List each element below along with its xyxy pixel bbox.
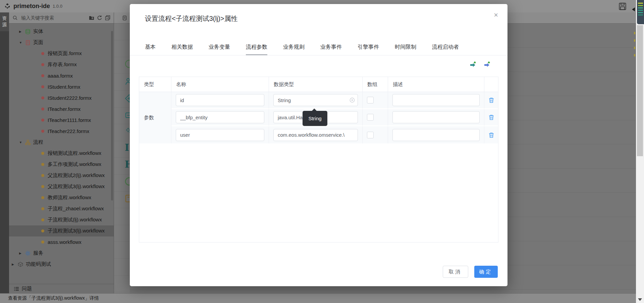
- param-name-input[interactable]: [176, 94, 264, 106]
- tree-item-label: 报销页面.formx: [48, 50, 82, 57]
- tree-item[interactable]: IStudent2222.formx: [9, 92, 114, 103]
- param-desc-input[interactable]: [392, 129, 480, 141]
- refresh-icon[interactable]: [97, 15, 102, 20]
- problems-panel[interactable]: 问题: [9, 284, 114, 293]
- new-folder-icon[interactable]: [89, 15, 94, 20]
- array-checkbox[interactable]: [367, 114, 374, 121]
- tree-item[interactable]: ▶实体: [9, 26, 114, 37]
- dialog-tab-flow-param[interactable]: 流程参数: [246, 44, 267, 55]
- param-name-input[interactable]: [176, 129, 264, 141]
- tree-item[interactable]: aaaa.formx: [9, 70, 114, 81]
- tree-item-label: 多工作项测试.workflowx: [48, 161, 101, 168]
- tree-item[interactable]: 子流程_zhaoel.workflowx: [9, 203, 114, 214]
- dialog-tab-business-event[interactable]: 业务事件: [320, 44, 342, 55]
- tree-item[interactable]: ▼页面: [9, 37, 114, 48]
- param-name-cell: [171, 126, 269, 143]
- status-text: 查看资源「子流程测试3(lj).workflowx」详情: [8, 295, 99, 301]
- chevron-down-icon[interactable]: ▼: [19, 141, 25, 144]
- file-dot: [41, 107, 44, 111]
- clear-icon[interactable]: [350, 97, 355, 103]
- array-checkbox[interactable]: [367, 132, 374, 138]
- param-type-input[interactable]: [273, 129, 358, 141]
- tree-item-label: ITeacher.formx: [48, 106, 80, 112]
- chevron-down-icon[interactable]: ▼: [19, 41, 25, 44]
- dialog-tab-basic[interactable]: 基本: [145, 44, 156, 55]
- collapse-all-icon[interactable]: [105, 15, 110, 20]
- file-dot: [41, 96, 44, 99]
- sidebar-scrollbar[interactable]: [111, 31, 113, 201]
- tree-item-label: 教师流程.workflowx: [48, 194, 91, 201]
- tree-item-label: 服务: [33, 250, 43, 256]
- close-icon[interactable]: ×: [494, 11, 498, 19]
- ruler-mark: [634, 39, 635, 42]
- ok-button[interactable]: 确定: [474, 266, 498, 278]
- cancel-button[interactable]: 取消: [443, 266, 468, 278]
- dialog-tab-business-var[interactable]: 业务变量: [209, 44, 230, 55]
- tree-item[interactable]: 库存表.formx: [9, 59, 114, 70]
- tree-item[interactable]: 子流程测试(lj).workflowx: [9, 214, 114, 225]
- param-name-cell: [171, 109, 269, 126]
- file-dot: [41, 196, 44, 199]
- tree-item[interactable]: 多工作项测试.workflowx: [9, 159, 114, 170]
- save-icon[interactable]: [619, 2, 627, 10]
- param-table: 类型名称数据类型数组描述参数: [139, 77, 498, 243]
- add-output-param-icon[interactable]: [484, 61, 490, 68]
- tree-item-label: IStudent.formx: [48, 84, 80, 90]
- page-icon: [25, 40, 31, 45]
- scrollbar-thumb[interactable]: [637, 25, 643, 156]
- dialog-tab-business-rule[interactable]: 业务规则: [283, 44, 305, 55]
- param-type-wrapper: [273, 129, 358, 141]
- tree-item[interactable]: ITeacher1111.formx: [9, 115, 114, 126]
- flow-icon: [25, 140, 31, 145]
- delete-row-icon[interactable]: [488, 114, 494, 120]
- dialog-tab-related-data[interactable]: 相关数据: [171, 44, 193, 55]
- tree-item[interactable]: ITeacher222.formx: [9, 126, 114, 137]
- package-icon: [18, 262, 23, 267]
- delete-row-icon[interactable]: [488, 132, 494, 138]
- tree-item[interactable]: ▼流程: [9, 137, 114, 148]
- dialog-tab-engine-event[interactable]: 引擎事件: [358, 44, 379, 55]
- tree-item[interactable]: ITeacher.formx: [9, 103, 114, 115]
- scrollbar-down-arrow-icon[interactable]: [638, 298, 642, 301]
- sidebar-search-row: [9, 12, 114, 24]
- dialog-tab-time-limit[interactable]: 时间限制: [395, 44, 416, 55]
- array-checkbox[interactable]: [367, 97, 374, 103]
- tree-item[interactable]: 父流程测试3(lj).workflowx: [9, 181, 114, 192]
- column-header-actions: [484, 77, 498, 92]
- tree-item[interactable]: 报销页面.formx: [9, 48, 114, 59]
- problems-label: 问题: [22, 286, 32, 292]
- chevron-right-icon[interactable]: ▶: [19, 252, 25, 255]
- param-actions-cell: [484, 126, 498, 143]
- param-desc-input[interactable]: [392, 94, 480, 106]
- dialog-tab-flow-starter[interactable]: 流程启动者: [432, 44, 459, 55]
- file-dot: [41, 207, 44, 210]
- tree-item[interactable]: ▶邮政-业务流程: [9, 270, 114, 272]
- delete-row-icon[interactable]: [488, 97, 494, 103]
- activity-tab-resources[interactable]: 资源: [0, 12, 9, 31]
- tree-item[interactable]: ▶功能码测试: [9, 259, 114, 270]
- search-input[interactable]: [20, 15, 86, 21]
- tree-item-label: 子流程测试(lj).workflowx: [48, 217, 102, 223]
- tree-item[interactable]: 父流程测试2(lj).workflowx: [9, 170, 114, 181]
- chevron-right-icon[interactable]: ▶: [12, 263, 18, 266]
- param-type-input[interactable]: [273, 94, 358, 106]
- ruler-mark: [634, 32, 635, 34]
- flow-properties-dialog: 设置流程<子流程测试3(lj)>属性 × 基本相关数据业务变量流程参数业务规则业…: [130, 4, 507, 286]
- tree-item[interactable]: asss.workflowx: [9, 236, 114, 248]
- tooltip-text: String: [308, 116, 321, 121]
- param-array-cell: [363, 109, 388, 126]
- param-array-cell: [363, 126, 388, 143]
- type-tooltip: String: [303, 111, 327, 126]
- param-desc-input[interactable]: [392, 111, 480, 123]
- tree-item[interactable]: 教师流程.workflowx: [9, 192, 114, 203]
- page-scrollbar[interactable]: [636, 0, 644, 303]
- tree-item[interactable]: 报销测试流程.workflowx: [9, 148, 114, 159]
- tree-item[interactable]: 子流程测试3(lj).workflowx: [9, 225, 114, 236]
- activity-bar: 资源: [0, 12, 9, 293]
- tree-item[interactable]: ▶服务: [9, 248, 114, 259]
- file-dot: [41, 119, 44, 122]
- tree-item[interactable]: IStudent.formx: [9, 81, 114, 92]
- add-input-param-icon[interactable]: [470, 61, 476, 68]
- param-name-input[interactable]: [176, 111, 264, 123]
- chevron-right-icon[interactable]: ▶: [19, 30, 25, 33]
